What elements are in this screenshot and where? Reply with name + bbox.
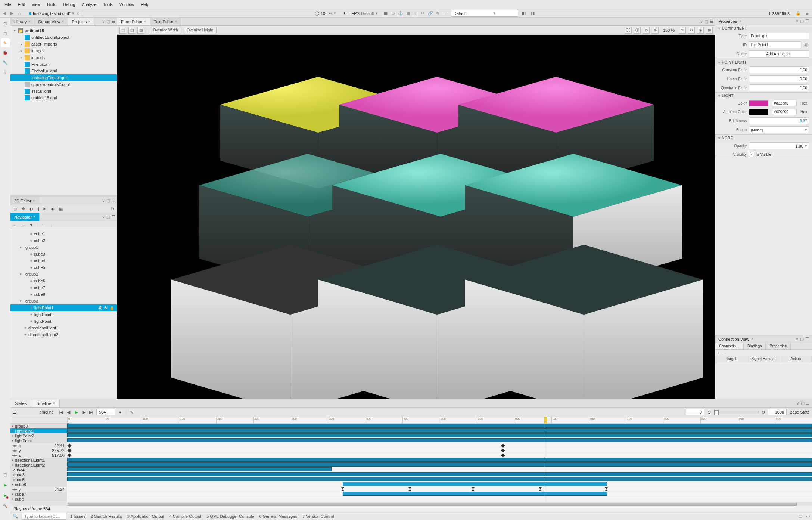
tree-item[interactable]: ▸images: [10, 47, 117, 54]
tree-item[interactable]: ▸InstacingTest.ui.qml: [10, 74, 117, 81]
status-panel-button[interactable]: 7Version Control: [302, 514, 334, 519]
menu-file[interactable]: File: [1, 1, 14, 8]
viewport-zoom[interactable]: 150 %: [661, 28, 677, 32]
camera-icon[interactable]: ◉: [50, 206, 56, 212]
brightness-field[interactable]: 6.37: [749, 117, 809, 124]
zoom-slider[interactable]: [714, 411, 759, 413]
move-tool-icon[interactable]: ✥: [20, 206, 26, 212]
expand-viewport-icon[interactable]: ⊞: [706, 27, 713, 34]
tree-root[interactable]: ▾ 📁 untitled15: [10, 27, 117, 34]
timeline-row-label[interactable]: ▸directionalLight1: [10, 458, 67, 462]
play-icon[interactable]: ▶: [73, 409, 79, 415]
timeline-row-label[interactable]: ◂◆▸x92.41: [10, 443, 67, 448]
camera-viewport-icon[interactable]: ◉: [697, 27, 704, 34]
clip-icon[interactable]: ◫: [128, 27, 135, 34]
timeline-keyframe[interactable]: [341, 487, 344, 491]
menu-debug[interactable]: Debug: [60, 1, 78, 8]
navigator-item[interactable]: ▾group3: [10, 298, 117, 304]
viewport-3d[interactable]: [117, 35, 715, 399]
playhead-handle[interactable]: [544, 417, 547, 423]
navigator-item[interactable]: ▸✷lightPoint: [10, 318, 117, 325]
bounds-icon[interactable]: ⬚: [119, 27, 126, 34]
tab-states[interactable]: States: [10, 399, 31, 407]
navigator-item[interactable]: ▸◈cube5: [10, 264, 117, 271]
close-icon[interactable]: ×: [76, 11, 80, 16]
fit-icon[interactable]: ⛶: [625, 27, 632, 34]
timeline-row-label[interactable]: cube4: [10, 467, 67, 472]
navigator-item[interactable]: ▸✷directionalLight1: [10, 325, 117, 331]
tree-item[interactable]: ▸qtquickcontrols2.conf: [10, 81, 117, 88]
align-icon[interactable]: ▭: [390, 10, 396, 16]
quadratic-fade-field[interactable]: 1.00: [749, 84, 809, 91]
timeline-clip[interactable]: [67, 438, 812, 442]
timeline-row-label[interactable]: ▸cube7: [10, 492, 67, 496]
timeline-keyframe[interactable]: [539, 487, 542, 491]
build-icon[interactable]: 🔨: [1, 501, 10, 510]
anchor-icon[interactable]: ⚓: [397, 10, 404, 16]
timeline-row-label[interactable]: ▾lightPoint: [10, 438, 67, 443]
nav-up-icon[interactable]: ↑: [40, 222, 46, 228]
zoom-in-tl-icon[interactable]: ⊕: [762, 410, 765, 415]
timeline-track[interactable]: [67, 453, 812, 458]
prev-key-icon[interactable]: ◀|: [66, 409, 72, 415]
end-frame-field[interactable]: 1000: [768, 409, 787, 415]
ambient-hex[interactable]: #000000: [772, 109, 797, 115]
timeline-track[interactable]: [67, 487, 812, 492]
conn-add-icon[interactable]: +: [718, 350, 720, 355]
welcome-mode-icon[interactable]: ⊞: [1, 19, 10, 28]
edit-mode-icon[interactable]: ▢: [1, 29, 10, 38]
tab-library[interactable]: Library×: [10, 18, 34, 25]
prop-type[interactable]: PointLight: [749, 32, 809, 39]
opacity-field[interactable]: 1.00▾: [749, 142, 809, 149]
timeline-track-labels[interactable]: ▸group3▸lightPoint1▸lightPoint2▾lightPoi…: [10, 424, 67, 502]
navigator-item[interactable]: ▾group1: [10, 244, 117, 251]
crop-icon[interactable]: ◫: [412, 10, 419, 16]
timeline-clip[interactable]: [343, 492, 607, 496]
language-icon[interactable]: Ⓐ: [634, 27, 641, 34]
navigator-item[interactable]: ▸✷lightPoint2: [10, 311, 117, 318]
conn-tab-properties[interactable]: Properties: [766, 343, 791, 349]
zoom-out-tl-icon[interactable]: ⊖: [707, 410, 711, 415]
conn-tab-bindings[interactable]: Bindings: [744, 343, 766, 349]
tree-item[interactable]: ▸untitled15.qml: [10, 95, 117, 101]
nav-filter-icon[interactable]: ▼: [28, 222, 34, 228]
timeline-tracks[interactable]: [67, 424, 812, 502]
section-pointlight[interactable]: POINT LIGHT: [715, 59, 812, 65]
conn-remove-icon[interactable]: −: [722, 350, 724, 355]
tab-3d-editor[interactable]: 3D Editor×: [10, 197, 39, 205]
goto-icon[interactable]: @: [803, 43, 809, 47]
navigator-tree[interactable]: ▸◈cube1▸◈cube2▾group1▸◈cube3▸◈cube4▸◈cub…: [10, 229, 117, 399]
section-light[interactable]: LIGHT: [715, 93, 812, 99]
projects-mode-icon[interactable]: 🔧: [1, 58, 10, 67]
reset-view-icon[interactable]: ↻: [109, 206, 115, 212]
run-icon[interactable]: ▶: [1, 480, 10, 489]
zoom-stepper-icon[interactable]: ⇅: [679, 27, 686, 34]
orbit-icon[interactable]: ◐: [28, 206, 34, 212]
group-select-icon[interactable]: ⊞: [12, 206, 18, 212]
menu-help[interactable]: Help: [138, 1, 152, 8]
tree-item[interactable]: ▸untitled15.qmlproject: [10, 34, 117, 41]
timeline-row-label[interactable]: ▸lightPoint1: [10, 428, 67, 433]
status-panel-button[interactable]: 4Compile Output: [169, 514, 202, 519]
timeline-clip[interactable]: [67, 433, 812, 437]
zoom-value[interactable]: 100 %: [321, 11, 332, 16]
current-frame-field[interactable]: 564: [96, 409, 115, 415]
nav-forward-icon[interactable]: ▶: [9, 10, 15, 16]
refresh-viewport-icon[interactable]: ↻: [688, 27, 695, 34]
timeline-row-label[interactable]: ▾cube8: [10, 482, 67, 487]
nav-back-icon[interactable]: ←: [12, 222, 18, 228]
navigator-item[interactable]: ▸✷lightPoint1@👁🔒: [10, 304, 117, 311]
tab-projects[interactable]: Projects×: [68, 18, 94, 25]
timeline-row-label[interactable]: cube3: [10, 472, 67, 477]
zoom-combo-icon[interactable]: ◯: [315, 11, 319, 16]
start-frame-field[interactable]: 0: [686, 409, 704, 415]
to-end-icon[interactable]: ▶|: [88, 409, 94, 415]
override-height[interactable]: Override Height: [184, 27, 217, 33]
run-debug-icon[interactable]: ▶🐞: [1, 491, 10, 500]
ruler-icon[interactable]: ▥: [137, 27, 144, 34]
to-start-icon[interactable]: |◀: [58, 409, 64, 415]
nav-fwd-icon[interactable]: →: [20, 222, 26, 228]
status-close-icon[interactable]: ▢: [799, 514, 802, 519]
kit-selector[interactable]: Default ▾: [451, 10, 518, 17]
help-mode-icon[interactable]: ?: [1, 68, 10, 77]
